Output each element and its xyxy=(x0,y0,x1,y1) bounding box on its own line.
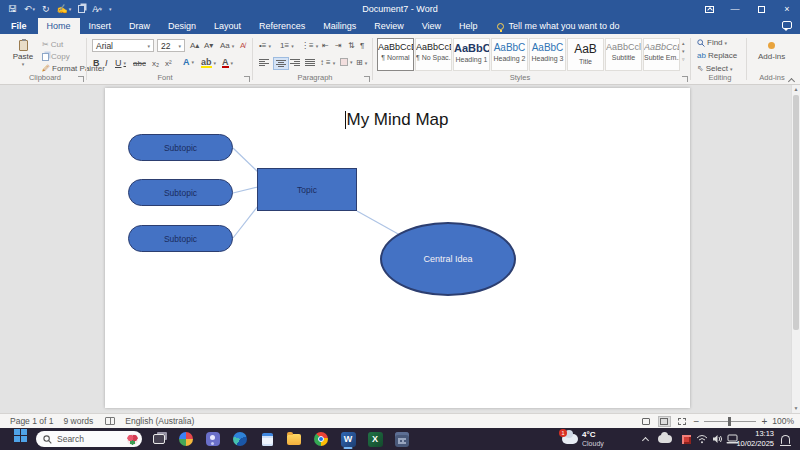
scroll-up-icon[interactable]: ▲ xyxy=(792,85,800,94)
multilevel-list-button[interactable]: ⋮≡▾ xyxy=(301,41,318,50)
style-subtitle[interactable]: AaBbCcl Subtitle xyxy=(605,38,642,71)
style-subtle-emphasis[interactable]: AaBbCcD Subtle Em... xyxy=(643,38,680,71)
sort-button[interactable]: ⇅ xyxy=(348,41,355,50)
decrease-indent-button[interactable]: ⇤ xyxy=(322,41,329,50)
font-color-button[interactable]: A▾ xyxy=(222,58,233,68)
wifi-button[interactable] xyxy=(695,428,709,450)
tab-help[interactable]: Help xyxy=(450,18,487,34)
underline-button[interactable]: U▾ xyxy=(115,58,126,68)
minimize-button[interactable]: — xyxy=(722,0,748,18)
redo-icon[interactable]: ↻ xyxy=(42,4,50,14)
print-layout-button[interactable] xyxy=(658,416,671,427)
teams-button[interactable] xyxy=(202,428,224,450)
search-highlight-image[interactable] xyxy=(127,434,138,445)
weather-widget[interactable]: 1 4°C Cloudy xyxy=(562,428,604,450)
select-button[interactable]: ⇖Select▾ xyxy=(697,64,732,73)
tab-mailings[interactable]: Mailings xyxy=(314,18,365,34)
undo-icon[interactable]: ↶▾ xyxy=(24,4,35,14)
grow-font-button[interactable]: A▴ xyxy=(190,41,199,50)
replace-button[interactable]: abReplace xyxy=(697,51,737,60)
highlight-color-button[interactable]: ab▾ xyxy=(201,58,216,68)
language-indicator[interactable]: English (Australia) xyxy=(125,416,194,426)
zoom-slider-thumb[interactable] xyxy=(728,417,731,426)
topic-shape[interactable]: Topic xyxy=(257,168,357,211)
font-dialog-launcher[interactable] xyxy=(244,76,250,82)
notifications-button[interactable] xyxy=(778,428,792,450)
font-family-select[interactable]: Arial▾ xyxy=(92,39,154,52)
bold-button[interactable]: B xyxy=(93,58,100,68)
font-size-select[interactable]: 22▾ xyxy=(157,39,185,52)
taskbar-search[interactable]: Search xyxy=(36,431,142,447)
comments-icon[interactable] xyxy=(782,21,792,29)
style-normal[interactable]: AaBbCcD ¶ Normal xyxy=(377,38,414,71)
customize-qat-icon[interactable]: ▾ xyxy=(109,6,112,12)
paste-button[interactable]: Paste ▾ xyxy=(8,38,38,78)
task-view-button[interactable] xyxy=(148,428,170,450)
shrink-font-button[interactable]: A▾ xyxy=(204,41,213,50)
strikethrough-button[interactable]: abc xyxy=(133,59,146,68)
zoom-slider[interactable] xyxy=(704,421,756,422)
save-icon[interactable]: 🖫 xyxy=(8,4,17,14)
borders-button[interactable]: ⊞▾ xyxy=(356,58,367,67)
edge-button[interactable] xyxy=(229,428,251,450)
start-button[interactable] xyxy=(8,428,32,450)
shading-button[interactable]: ▾ xyxy=(340,58,353,66)
close-button[interactable]: × xyxy=(774,0,800,18)
pen-a-icon[interactable]: A̷▾ xyxy=(92,4,102,14)
scroll-down-icon[interactable]: ▼ xyxy=(792,404,800,413)
ribbon-display-options-button[interactable] xyxy=(696,0,722,18)
tab-insert[interactable]: Insert xyxy=(80,18,121,34)
style-heading-3[interactable]: AaBbC Heading 3 xyxy=(529,38,566,71)
zoom-out-button[interactable]: − xyxy=(694,416,700,427)
style-title[interactable]: AaB Title xyxy=(567,38,604,71)
tray-app-button[interactable] xyxy=(679,428,693,450)
tab-view[interactable]: View xyxy=(413,18,450,34)
increase-indent-button[interactable]: ⇥ xyxy=(335,41,342,50)
word-count[interactable]: 9 words xyxy=(63,416,93,426)
tab-review[interactable]: Review xyxy=(365,18,413,34)
document-page[interactable]: My Mind Map Subtopic Subtopic Subtopic T… xyxy=(105,88,690,408)
align-right-button[interactable] xyxy=(290,59,300,66)
zoom-level[interactable]: 100% xyxy=(772,416,794,426)
proofing-icon[interactable] xyxy=(105,417,115,425)
subtopic-shape-1[interactable]: Subtopic xyxy=(128,134,233,161)
line-spacing-button[interactable]: ↕≡▾ xyxy=(320,58,335,67)
subscript-button[interactable]: x₂ xyxy=(152,59,159,68)
copy-icon[interactable] xyxy=(78,5,85,13)
subtopic-shape-2[interactable]: Subtopic xyxy=(128,179,233,206)
justify-button[interactable] xyxy=(305,59,315,66)
bullets-button[interactable]: •≡▾ xyxy=(259,41,271,50)
style-heading-1[interactable]: AaBbC Heading 1 xyxy=(453,38,490,71)
show-hide-marks-button[interactable]: ¶ xyxy=(360,41,364,50)
tab-design[interactable]: Design xyxy=(159,18,205,34)
excel-button[interactable]: X xyxy=(364,428,386,450)
tab-home[interactable]: Home xyxy=(38,18,80,34)
add-ins-button[interactable]: Add-ins xyxy=(758,42,785,61)
chrome-button[interactable] xyxy=(310,428,332,450)
scrollbar-thumb[interactable] xyxy=(793,95,799,330)
copy-button[interactable]: Copy xyxy=(42,52,70,61)
page-indicator[interactable]: Page 1 of 1 xyxy=(10,416,53,426)
zoom-in-button[interactable]: + xyxy=(761,416,767,427)
style-heading-2[interactable]: AaBbC Heading 2 xyxy=(491,38,528,71)
read-mode-button[interactable] xyxy=(640,416,653,427)
web-layout-button[interactable] xyxy=(676,416,689,427)
file-explorer-button[interactable] xyxy=(283,428,305,450)
align-left-button[interactable] xyxy=(259,59,269,66)
volume-button[interactable] xyxy=(710,428,724,450)
tab-layout[interactable]: Layout xyxy=(205,18,250,34)
align-center-button[interactable] xyxy=(273,57,289,70)
notepad-button[interactable] xyxy=(256,428,278,450)
clear-formatting-button[interactable]: A̸ xyxy=(240,41,245,50)
calculator-button[interactable] xyxy=(391,428,413,450)
collapse-ribbon-icon[interactable] xyxy=(788,77,795,82)
restore-button[interactable] xyxy=(748,0,774,18)
text-effects-button[interactable]: A▾ xyxy=(183,58,194,66)
tab-draw[interactable]: Draw xyxy=(120,18,159,34)
vertical-scrollbar[interactable]: ▲ ▼ xyxy=(791,85,800,413)
style-no-spacing[interactable]: AaBbCcD ¶ No Spac... xyxy=(415,38,452,71)
numbering-button[interactable]: 1≡▾ xyxy=(280,41,294,50)
paragraph-dialog-launcher[interactable] xyxy=(364,76,370,82)
hidden-icons-button[interactable] xyxy=(638,428,652,450)
styles-dialog-launcher[interactable] xyxy=(682,76,688,82)
